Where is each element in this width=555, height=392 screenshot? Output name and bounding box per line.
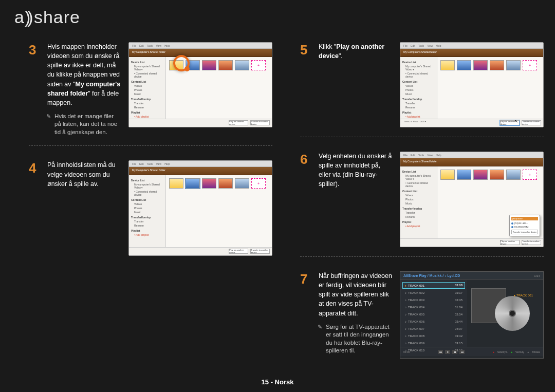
player-controls[interactable]: ⏮ ⏸ ⏹ ⏭: [438, 350, 465, 354]
screenshot-5: FileEditToolsViewHelp My Computer's Shar…: [400, 42, 544, 127]
step-text: Når buffringen av videoen er ferdig, vil…: [319, 271, 393, 355]
prev-icon: ⏮: [438, 350, 443, 354]
now-playing: ▸ TRACK 001: [514, 293, 533, 297]
play-another-button[interactable]: Play on another device: [229, 120, 248, 125]
screenshot-6: FileEditToolsViewHelp My Computer's Shar…: [400, 152, 544, 247]
step-number: 4: [29, 160, 40, 176]
step-text: Klikk "Play on another device".: [319, 42, 393, 61]
content-columns: 3 Hvis mappen inneholder videoen som du …: [29, 42, 540, 371]
device-select-popup[interactable]: [BD]D6500 [TV]UN LED ... BD-D6500/XAZ Tr…: [509, 215, 540, 236]
page-footer: 15 - Norsk: [0, 378, 555, 386]
player-breadcrumb: AllShare Play / Musikk / ♪ Lyd-CD: [403, 274, 460, 277]
step-7: 7 Når buffringen av videoen er ferdig, v…: [300, 271, 544, 368]
step-text: Velg enheten du ønsker å spille av innho…: [319, 152, 393, 189]
highlight-ring-icon: [173, 55, 190, 71]
step-number: 3: [29, 42, 40, 58]
step-5: 5 Klikk "Play on another device". FileEd…: [300, 42, 544, 137]
next-icon: ⏭: [459, 350, 465, 354]
track-list[interactable]: ▸TRACK 00102:38 ♪TRACK 00203:17 ♪TRACK 0…: [400, 280, 467, 347]
pause-icon: ⏸: [445, 350, 450, 354]
text: Klikk ": [319, 43, 336, 50]
disc-icon: [495, 296, 530, 331]
transfer-button[interactable]: Transfer to another device: [250, 120, 270, 125]
step-note: Sørg for at TV-apparatet er satt til den…: [319, 323, 393, 355]
screenshot-4: FileEditToolsViewHelp My Computer's Shar…: [128, 160, 272, 256]
step-number: 7: [300, 271, 311, 287]
step-3: 3 Hvis mappen inneholder videoen som du …: [29, 42, 272, 146]
step-number: 6: [300, 152, 311, 167]
step-text: På innholdslisten må du velge videoen so…: [47, 160, 121, 188]
text: Når buffringen av videoen er ferdig, vil…: [319, 272, 392, 317]
left-column: 3 Hvis mappen inneholder videoen som du …: [29, 42, 272, 371]
stop-icon: ⏹: [452, 350, 457, 354]
text: ".: [339, 52, 343, 60]
step-number: 5: [300, 42, 311, 58]
screenshot-7-player: AllShare Play / Musikk / ♪ Lyd-CD 1/14 ▸…: [400, 271, 544, 359]
step-text: Hvis mappen inneholder videoen som du øn…: [47, 42, 121, 136]
step-4: 4 På innholdslisten må du velge videoen …: [29, 160, 272, 265]
step-note: Hvis det er mange filer på listen, kan d…: [47, 113, 121, 137]
brand-logo: ashare: [14, 7, 80, 27]
right-column: 5 Klikk "Play on another device". FileEd…: [300, 42, 544, 371]
step-6: 6 Velg enheten du ønsker å spille av inn…: [300, 152, 544, 257]
screenshot-3: FileEditToolsViewHelp My Computer's Shar…: [128, 42, 272, 127]
